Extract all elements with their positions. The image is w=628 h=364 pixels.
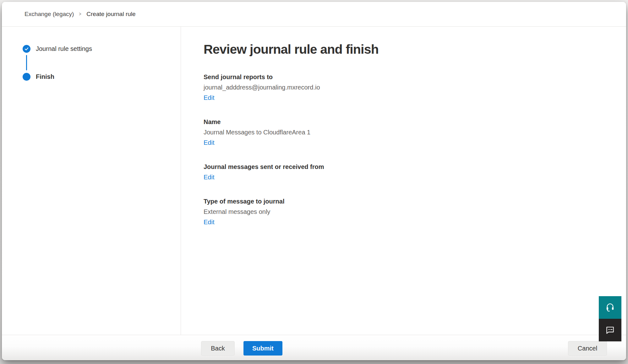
- review-content: Review journal rule and finish Send jour…: [181, 27, 626, 335]
- step-label: Finish: [36, 73, 54, 80]
- section-name: Name Journal Messages to CloudflareArea …: [204, 117, 614, 148]
- submit-button[interactable]: Submit: [243, 341, 282, 356]
- edit-name-link[interactable]: Edit: [204, 138, 214, 148]
- step-completed-check-icon: [23, 45, 30, 53]
- section-send-journal-reports-to: Send journal reports to journal_adddress…: [204, 72, 614, 103]
- app-window: Exchange (legacy) > Create journal rule …: [2, 2, 626, 360]
- feedback-button[interactable]: [599, 319, 621, 341]
- back-button[interactable]: Back: [201, 341, 235, 356]
- wizard-steps-panel: Journal rule settings Finish: [2, 27, 181, 335]
- section-journal-messages-sent-or-received: Journal messages sent or received from E…: [204, 162, 614, 182]
- rule-name-value: Journal Messages to CloudflareArea 1: [204, 127, 614, 138]
- side-button-stack: [599, 296, 621, 341]
- feedback-icon: [605, 324, 615, 336]
- section-label: Name: [204, 117, 614, 127]
- footer-action-bar: Back Submit Cancel: [2, 335, 626, 360]
- top-bar: Exchange (legacy) > Create journal rule: [2, 2, 626, 27]
- section-label: Send journal reports to: [204, 72, 614, 82]
- chevron-right-icon: >: [79, 11, 81, 17]
- app-body: Journal rule settings Finish Review jour…: [2, 27, 626, 335]
- step-connector-line: [26, 55, 27, 70]
- edit-send-journal-reports-link[interactable]: Edit: [204, 93, 214, 103]
- step-finish[interactable]: Finish: [23, 73, 181, 81]
- cancel-button[interactable]: Cancel: [568, 341, 607, 356]
- page-title: Review journal rule and finish: [204, 42, 614, 57]
- section-label: Journal messages sent or received from: [204, 162, 614, 172]
- step-current-dot-icon: [23, 73, 30, 81]
- edit-scope-link[interactable]: Edit: [204, 172, 214, 182]
- journal-address-value: journal_adddress@journaling.mxrecord.io: [204, 82, 614, 93]
- edit-message-type-link[interactable]: Edit: [204, 217, 214, 227]
- help-button[interactable]: [599, 296, 621, 319]
- section-type-of-message: Type of message to journal External mess…: [204, 196, 614, 227]
- step-journal-rule-settings[interactable]: Journal rule settings: [23, 45, 181, 53]
- breadcrumb: Exchange (legacy) > Create journal rule: [25, 11, 136, 18]
- breadcrumb-create-journal-rule: Create journal rule: [86, 11, 135, 18]
- section-label: Type of message to journal: [204, 196, 614, 207]
- headset-icon: [605, 302, 615, 313]
- step-label: Journal rule settings: [36, 45, 92, 52]
- message-type-value: External messages only: [204, 207, 614, 217]
- breadcrumb-exchange-legacy[interactable]: Exchange (legacy): [25, 11, 74, 18]
